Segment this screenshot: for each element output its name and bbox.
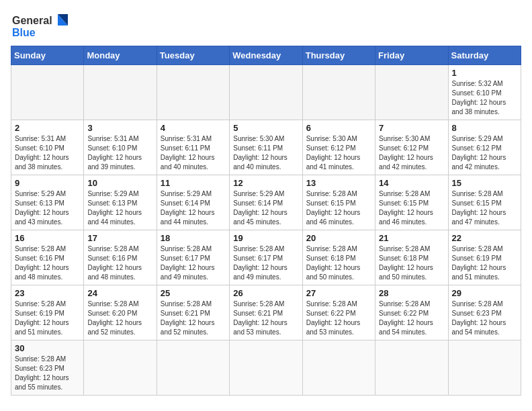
day-header-tuesday: Tuesday [157,46,229,65]
day-info: Sunrise: 5:30 AMSunset: 6:12 PMDaylight:… [306,134,371,172]
logo-svg: GeneralBlue [11,11,71,40]
day-info: Sunrise: 5:32 AMSunset: 6:10 PMDaylight:… [452,79,517,117]
day-cell: 18Sunrise: 5:28 AMSunset: 6:17 PMDayligh… [157,230,229,285]
day-number: 27 [306,288,371,298]
calendar-table: SundayMondayTuesdayWednesdayThursdayFrid… [11,46,521,396]
day-cell [157,340,229,396]
day-info: Sunrise: 5:28 AMSunset: 6:23 PMDaylight:… [452,300,517,337]
day-info: Sunrise: 5:28 AMSunset: 6:18 PMDaylight:… [379,244,444,282]
day-cell [157,65,229,120]
day-info: Sunrise: 5:28 AMSunset: 6:18 PMDaylight:… [306,244,371,282]
day-info: Sunrise: 5:28 AMSunset: 6:22 PMDaylight:… [379,300,444,337]
day-cell: 16Sunrise: 5:28 AMSunset: 6:16 PMDayligh… [11,230,84,285]
day-cell [230,65,302,120]
day-cell: 25Sunrise: 5:28 AMSunset: 6:21 PMDayligh… [157,285,229,340]
day-number: 28 [379,288,444,298]
day-cell: 17Sunrise: 5:28 AMSunset: 6:16 PMDayligh… [84,230,157,285]
day-info: Sunrise: 5:29 AMSunset: 6:13 PMDaylight:… [87,189,152,227]
day-cell: 27Sunrise: 5:28 AMSunset: 6:22 PMDayligh… [302,285,375,340]
day-cell: 23Sunrise: 5:28 AMSunset: 6:19 PMDayligh… [11,285,84,340]
day-cell: 13Sunrise: 5:28 AMSunset: 6:15 PMDayligh… [302,175,375,230]
day-number: 11 [161,178,226,188]
day-number: 2 [15,123,80,133]
day-cell: 19Sunrise: 5:28 AMSunset: 6:17 PMDayligh… [230,230,302,285]
day-number: 3 [87,123,152,133]
day-info: Sunrise: 5:28 AMSunset: 6:19 PMDaylight:… [15,300,80,337]
logo: GeneralBlue [11,11,71,40]
week-row-5: 23Sunrise: 5:28 AMSunset: 6:19 PMDayligh… [11,285,521,340]
day-info: Sunrise: 5:31 AMSunset: 6:11 PMDaylight:… [161,134,226,172]
day-number: 20 [306,233,371,243]
day-cell: 4Sunrise: 5:31 AMSunset: 6:11 PMDaylight… [157,120,229,175]
day-cell: 7Sunrise: 5:30 AMSunset: 6:12 PMDaylight… [375,120,448,175]
day-cell: 26Sunrise: 5:28 AMSunset: 6:21 PMDayligh… [230,285,302,340]
day-info: Sunrise: 5:28 AMSunset: 6:20 PMDaylight:… [87,300,152,337]
day-cell [375,340,448,396]
day-number: 15 [452,178,517,188]
day-cell: 10Sunrise: 5:29 AMSunset: 6:13 PMDayligh… [84,175,157,230]
day-info: Sunrise: 5:28 AMSunset: 6:17 PMDaylight:… [233,244,298,282]
day-header-wednesday: Wednesday [230,46,302,65]
day-cell [11,65,84,120]
day-info: Sunrise: 5:29 AMSunset: 6:13 PMDaylight:… [15,189,80,227]
day-cell: 29Sunrise: 5:28 AMSunset: 6:23 PMDayligh… [448,285,521,340]
day-info: Sunrise: 5:31 AMSunset: 6:10 PMDaylight:… [15,134,80,172]
day-cell: 21Sunrise: 5:28 AMSunset: 6:18 PMDayligh… [375,230,448,285]
day-cell: 14Sunrise: 5:28 AMSunset: 6:15 PMDayligh… [375,175,448,230]
day-header-row: SundayMondayTuesdayWednesdayThursdayFrid… [11,46,521,65]
day-number: 5 [233,123,298,133]
week-row-2: 2Sunrise: 5:31 AMSunset: 6:10 PMDaylight… [11,120,521,175]
svg-text:General: General [12,15,52,26]
day-header-monday: Monday [84,46,157,65]
day-cell: 1Sunrise: 5:32 AMSunset: 6:10 PMDaylight… [448,65,521,120]
day-cell: 20Sunrise: 5:28 AMSunset: 6:18 PMDayligh… [302,230,375,285]
header: GeneralBlue [11,11,521,40]
day-number: 9 [15,178,80,188]
day-number: 29 [452,288,517,298]
day-number: 16 [15,233,80,243]
day-cell: 22Sunrise: 5:28 AMSunset: 6:19 PMDayligh… [448,230,521,285]
day-info: Sunrise: 5:29 AMSunset: 6:14 PMDaylight:… [233,189,298,227]
day-cell: 2Sunrise: 5:31 AMSunset: 6:10 PMDaylight… [11,120,84,175]
day-header-thursday: Thursday [302,46,375,65]
day-info: Sunrise: 5:29 AMSunset: 6:12 PMDaylight:… [452,134,517,172]
day-cell: 9Sunrise: 5:29 AMSunset: 6:13 PMDaylight… [11,175,84,230]
day-cell: 12Sunrise: 5:29 AMSunset: 6:14 PMDayligh… [230,175,302,230]
day-cell: 15Sunrise: 5:28 AMSunset: 6:15 PMDayligh… [448,175,521,230]
day-info: Sunrise: 5:28 AMSunset: 6:19 PMDaylight:… [452,244,517,282]
day-cell [302,340,375,396]
day-number: 25 [161,288,226,298]
day-info: Sunrise: 5:31 AMSunset: 6:10 PMDaylight:… [87,134,152,172]
day-number: 13 [306,178,371,188]
week-row-1: 1Sunrise: 5:32 AMSunset: 6:10 PMDaylight… [11,65,521,120]
day-number: 24 [87,288,152,298]
day-number: 4 [161,123,226,133]
day-info: Sunrise: 5:28 AMSunset: 6:15 PMDaylight:… [306,189,371,227]
day-info: Sunrise: 5:28 AMSunset: 6:21 PMDaylight:… [161,300,226,337]
day-number: 14 [379,178,444,188]
svg-text:Blue: Blue [12,27,36,38]
day-info: Sunrise: 5:28 AMSunset: 6:15 PMDaylight:… [452,189,517,227]
day-info: Sunrise: 5:28 AMSunset: 6:16 PMDaylight:… [87,244,152,282]
day-number: 17 [87,233,152,243]
day-cell [84,65,157,120]
day-cell [302,65,375,120]
day-info: Sunrise: 5:30 AMSunset: 6:11 PMDaylight:… [233,134,298,172]
day-cell: 28Sunrise: 5:28 AMSunset: 6:22 PMDayligh… [375,285,448,340]
day-number: 6 [306,123,371,133]
day-cell: 30Sunrise: 5:28 AMSunset: 6:23 PMDayligh… [11,340,84,396]
day-number: 18 [161,233,226,243]
day-info: Sunrise: 5:28 AMSunset: 6:15 PMDaylight:… [379,189,444,227]
day-number: 1 [452,68,517,78]
day-number: 23 [15,288,80,298]
day-info: Sunrise: 5:28 AMSunset: 6:17 PMDaylight:… [161,244,226,282]
day-header-saturday: Saturday [448,46,521,65]
day-number: 10 [87,178,152,188]
day-cell: 3Sunrise: 5:31 AMSunset: 6:10 PMDaylight… [84,120,157,175]
week-row-3: 9Sunrise: 5:29 AMSunset: 6:13 PMDaylight… [11,175,521,230]
day-number: 22 [452,233,517,243]
day-number: 19 [233,233,298,243]
day-number: 7 [379,123,444,133]
day-info: Sunrise: 5:28 AMSunset: 6:23 PMDaylight:… [15,355,80,392]
day-cell: 6Sunrise: 5:30 AMSunset: 6:12 PMDaylight… [302,120,375,175]
